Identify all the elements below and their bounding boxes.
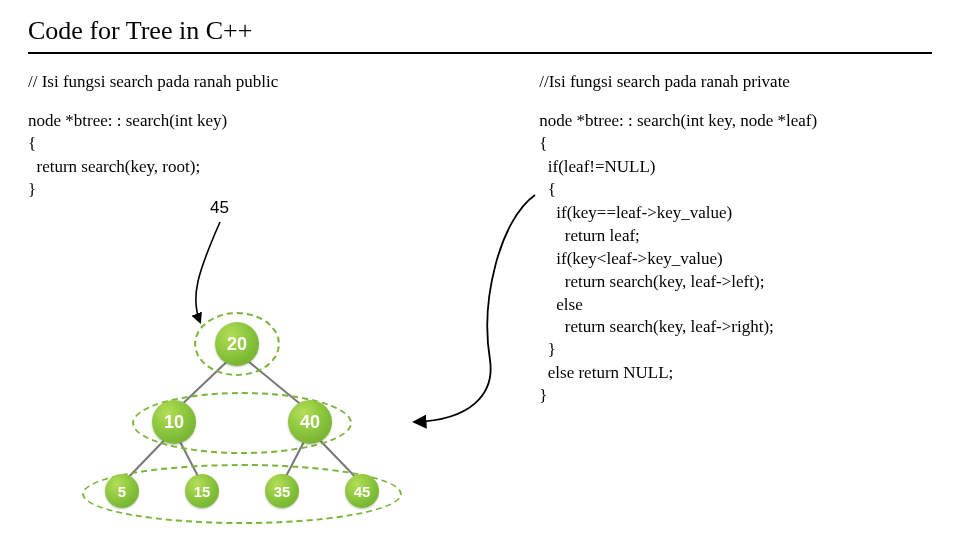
tree-node-r: 40 xyxy=(288,400,332,444)
tree-node-rl: 35 xyxy=(265,474,299,508)
left-column: // Isi fungsi search pada ranah public n… xyxy=(28,72,499,408)
public-comment: // Isi fungsi search pada ranah public xyxy=(28,72,499,92)
private-comment: //Isi fungsi search pada ranah private xyxy=(539,72,932,92)
tree-node-lr: 15 xyxy=(185,474,219,508)
tree-node-l: 10 xyxy=(152,400,196,444)
private-code: node *btree: : search(int key, node *lea… xyxy=(539,110,932,408)
columns: // Isi fungsi search pada ranah public n… xyxy=(28,72,932,408)
title-rule xyxy=(28,52,932,54)
tree-node-rr: 45 xyxy=(345,474,379,508)
page-title: Code for Tree in C++ xyxy=(28,16,932,46)
right-column: //Isi fungsi search pada ranah private n… xyxy=(539,72,932,408)
search-key-label: 45 xyxy=(210,198,229,218)
tree-node-ll: 5 xyxy=(105,474,139,508)
tree-diagram: 20 10 40 5 15 35 45 xyxy=(82,312,452,540)
public-code: node *btree: : search(int key) { return … xyxy=(28,110,499,202)
tree-node-root: 20 xyxy=(215,322,259,366)
